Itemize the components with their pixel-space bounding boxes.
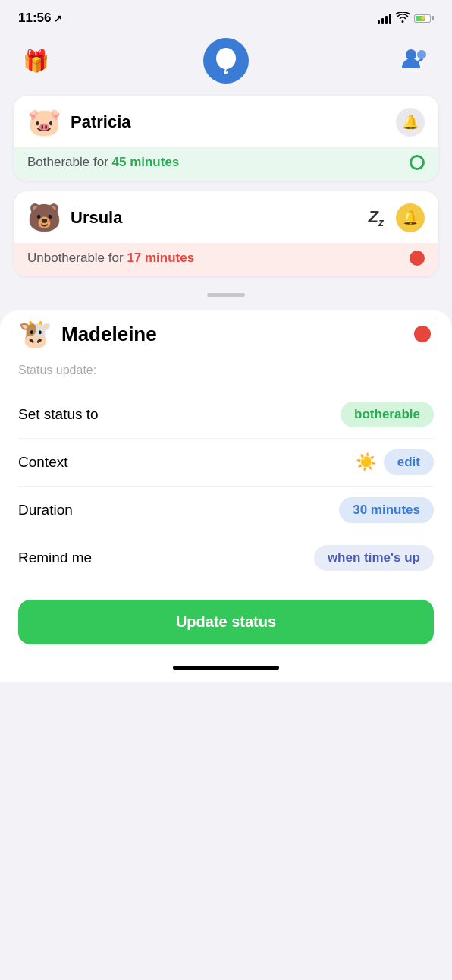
gift-icon[interactable]: 🎁 bbox=[23, 49, 49, 74]
svg-point-5 bbox=[417, 50, 426, 59]
context-row[interactable]: Context ☀️ edit bbox=[18, 439, 434, 487]
set-status-label: Set status to bbox=[18, 406, 99, 423]
ursula-name: Ursula bbox=[71, 208, 359, 228]
ursula-card[interactable]: 🐻 Ursula Zz 🔔 Unbotherable for 17 minute… bbox=[14, 191, 438, 276]
duration-label: Duration bbox=[18, 502, 73, 518]
people-icon[interactable] bbox=[402, 48, 429, 74]
app-logo[interactable] bbox=[203, 38, 249, 84]
sun-icon: ☀️ bbox=[356, 452, 376, 472]
remind-me-label: Remind me bbox=[18, 550, 92, 566]
sheet-drag-handle[interactable] bbox=[207, 293, 245, 297]
patricia-duration: 45 minutes bbox=[112, 155, 180, 169]
patricia-name: Patricia bbox=[71, 112, 387, 132]
location-icon: ↗ bbox=[54, 13, 62, 24]
madeleine-name: Madeleine bbox=[61, 323, 157, 346]
balloon-icon bbox=[215, 47, 237, 74]
ursula-emoji: 🐻 bbox=[27, 204, 61, 232]
signal-bar-3 bbox=[385, 16, 388, 24]
status-time: 11:56 ↗ bbox=[18, 11, 62, 26]
context-label: Context bbox=[18, 454, 67, 471]
ursula-card-header: 🐻 Ursula Zz 🔔 bbox=[14, 191, 438, 243]
ursula-status-dot bbox=[410, 251, 425, 266]
madeleine-emoji: 🐮 bbox=[18, 318, 52, 350]
signal-bar-1 bbox=[378, 20, 380, 24]
sheet-user-row: 🐮 Madeleine bbox=[18, 310, 434, 364]
set-status-row[interactable]: Set status to botherable bbox=[18, 391, 434, 439]
svg-point-4 bbox=[406, 49, 416, 60]
remind-me-row[interactable]: Remind me when time's up bbox=[18, 534, 434, 581]
signal-bars-icon bbox=[378, 13, 391, 24]
status-botherable-pill[interactable]: botherable bbox=[341, 402, 434, 427]
patricia-status-dot bbox=[410, 155, 425, 170]
svg-point-1 bbox=[222, 55, 230, 62]
madeleine-status-dot bbox=[414, 326, 431, 342]
patricia-emoji: 🐷 bbox=[27, 109, 61, 136]
remind-me-pill[interactable]: when time's up bbox=[314, 545, 434, 571]
patricia-card-header: 🐷 Patricia 🔔 bbox=[14, 96, 438, 147]
update-status-button[interactable]: Update status bbox=[18, 600, 434, 644]
bottom-sheet: 🐮 Madeleine Status update: Set status to… bbox=[0, 310, 452, 682]
duration-row[interactable]: Duration 30 minutes bbox=[18, 487, 434, 534]
patricia-bell-button[interactable]: 🔔 bbox=[396, 108, 425, 137]
ursula-bell-button[interactable]: 🔔 bbox=[396, 203, 425, 232]
duration-value: 30 minutes bbox=[339, 497, 434, 523]
bell-gold-icon: 🔔 bbox=[402, 210, 419, 226]
signal-bar-4 bbox=[389, 14, 391, 24]
signal-bar-2 bbox=[381, 18, 384, 24]
contact-cards: 🐷 Patricia 🔔 Botherable for 45 minutes 🐻… bbox=[0, 96, 452, 276]
patricia-status: Botherable for 45 minutes bbox=[14, 147, 438, 181]
section-label: Status update: bbox=[18, 364, 434, 377]
ursula-duration: 17 minutes bbox=[127, 251, 194, 265]
nav-bar: 🎁 bbox=[0, 30, 452, 96]
status-icons: ⚡ bbox=[378, 12, 434, 25]
context-value: ☀️ edit bbox=[356, 449, 434, 475]
home-indicator bbox=[173, 666, 279, 670]
bottom-sheet-inner: 🐮 Madeleine Status update: Set status to… bbox=[0, 310, 452, 660]
bottom-section: 🐮 Madeleine Status update: Set status to… bbox=[0, 293, 452, 682]
duration-pill[interactable]: 30 minutes bbox=[339, 497, 434, 523]
patricia-card[interactable]: 🐷 Patricia 🔔 Botherable for 45 minutes bbox=[14, 96, 438, 181]
ursula-status: Unbotherable for 17 minutes bbox=[14, 243, 438, 276]
bell-icon: 🔔 bbox=[402, 114, 419, 131]
time-label: 11:56 bbox=[18, 11, 51, 26]
battery-lightning-icon: ⚡ bbox=[415, 15, 430, 22]
wifi-icon bbox=[396, 12, 410, 25]
sleep-icon: Zz bbox=[369, 207, 384, 228]
battery-icon: ⚡ bbox=[414, 14, 434, 23]
context-edit-pill[interactable]: edit bbox=[384, 449, 434, 475]
patricia-status-text: Botherable for 45 minutes bbox=[27, 155, 179, 170]
remind-me-value: when time's up bbox=[314, 545, 434, 571]
set-status-value: botherable bbox=[341, 402, 434, 427]
status-bar: 11:56 ↗ ⚡ bbox=[0, 0, 452, 30]
sheet-user-info: 🐮 Madeleine bbox=[18, 318, 157, 350]
ursula-status-text: Unbotherable for 17 minutes bbox=[27, 251, 194, 266]
